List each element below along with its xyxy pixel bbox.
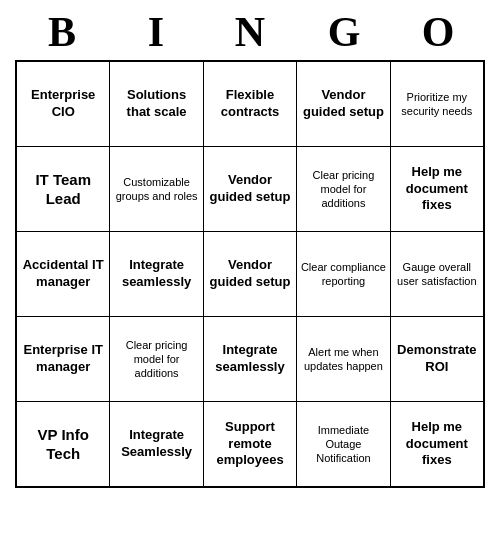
- bingo-cell: Accidental IT manager: [17, 232, 110, 316]
- bingo-letter: I: [116, 8, 196, 56]
- bingo-cell: Customizable groups and roles: [110, 147, 203, 231]
- bingo-cell: Integrate seamlessly: [110, 232, 203, 316]
- bingo-grid: Enterprise CIOSolutions that scaleFlexib…: [15, 60, 485, 488]
- bingo-cell: Vendor guided setup: [204, 147, 297, 231]
- bingo-row: Accidental IT managerIntegrate seamlessl…: [17, 232, 483, 317]
- bingo-row: Enterprise IT managerClear pricing model…: [17, 317, 483, 402]
- bingo-cell: Solutions that scale: [110, 62, 203, 146]
- bingo-cell: Flexible contracts: [204, 62, 297, 146]
- bingo-row: VP Info TechIntegrate SeamlesslySupport …: [17, 402, 483, 486]
- bingo-letter: O: [398, 8, 478, 56]
- bingo-row: Enterprise CIOSolutions that scaleFlexib…: [17, 62, 483, 147]
- bingo-cell: Enterprise CIO: [17, 62, 110, 146]
- bingo-cell: Gauge overall user satisfaction: [391, 232, 483, 316]
- bingo-letter: B: [22, 8, 102, 56]
- bingo-letter: N: [210, 8, 290, 56]
- bingo-cell: Demonstrate ROI: [391, 317, 483, 401]
- bingo-cell: Vendor guided setup: [204, 232, 297, 316]
- bingo-cell: VP Info Tech: [17, 402, 110, 486]
- bingo-cell: Clear pricing model for additions: [110, 317, 203, 401]
- bingo-cell: Help me document fixes: [391, 147, 483, 231]
- bingo-cell: Enterprise IT manager: [17, 317, 110, 401]
- bingo-cell: Integrate seamlessly: [204, 317, 297, 401]
- bingo-cell: Integrate Seamlessly: [110, 402, 203, 486]
- bingo-cell: Alert me when updates happen: [297, 317, 390, 401]
- bingo-cell: Help me document fixes: [391, 402, 483, 486]
- bingo-cell: Immediate Outage Notification: [297, 402, 390, 486]
- bingo-cell: Clear pricing model for additions: [297, 147, 390, 231]
- bingo-letter: G: [304, 8, 384, 56]
- bingo-cell: Clear compliance reporting: [297, 232, 390, 316]
- bingo-cell: Vendor guided setup: [297, 62, 390, 146]
- bingo-cell: IT Team Lead: [17, 147, 110, 231]
- bingo-cell: Prioritize my security needs: [391, 62, 483, 146]
- bingo-cell: Support remote employees: [204, 402, 297, 486]
- bingo-row: IT Team LeadCustomizable groups and role…: [17, 147, 483, 232]
- bingo-title: BINGO: [15, 0, 485, 60]
